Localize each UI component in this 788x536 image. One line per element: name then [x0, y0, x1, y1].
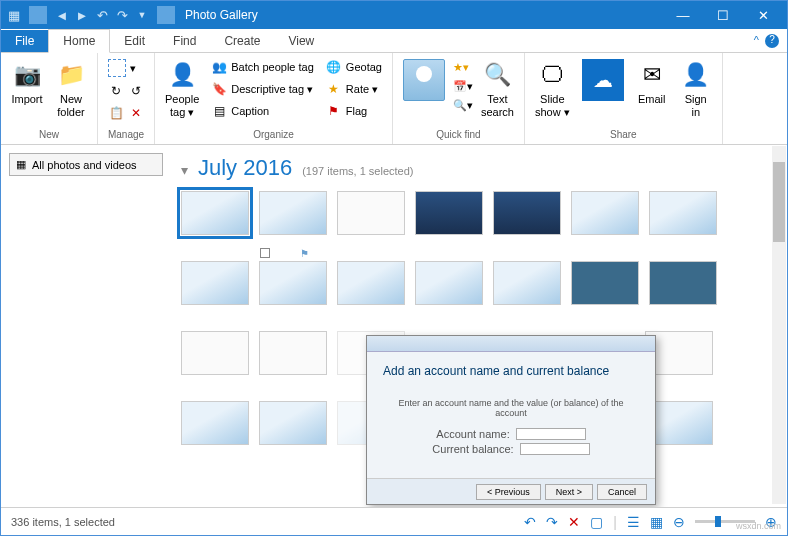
- skydrive-button[interactable]: ☁: [578, 57, 628, 103]
- thumbs-view-icon[interactable]: ▦: [650, 514, 663, 530]
- titlebar: ▦ ◄ ► ↶ ↷ ▼ Photo Gallery — ☐ ✕: [1, 1, 787, 29]
- copy-icon: 📋: [108, 105, 124, 121]
- email-button[interactable]: ✉Email: [632, 57, 672, 108]
- thumbnail[interactable]: [259, 331, 327, 375]
- thumbnail[interactable]: [649, 191, 717, 235]
- thumbnail[interactable]: [181, 401, 249, 445]
- people-tag-button[interactable]: 👤People tag ▾: [161, 57, 203, 121]
- qat-dropdown-icon[interactable]: ▼: [133, 6, 151, 24]
- cloud-icon: ☁: [582, 59, 624, 101]
- forward-icon[interactable]: ►: [73, 6, 91, 24]
- new-folder-button[interactable]: 📁New folder: [51, 57, 91, 121]
- group-count: (197 items, 1 selected): [302, 165, 413, 177]
- minimize-button[interactable]: —: [663, 1, 703, 29]
- camera-icon: 📷: [11, 59, 43, 91]
- slideshow-icon: 🖵: [536, 59, 568, 91]
- checkbox-icon[interactable]: [260, 248, 270, 258]
- rating-filter-icon[interactable]: ★▾: [453, 61, 473, 74]
- flag-icon: ⚑: [326, 103, 342, 119]
- watermark: wsxdn.com: [736, 521, 781, 531]
- person-icon: 👤: [166, 59, 198, 91]
- help-icon[interactable]: ?: [765, 34, 779, 48]
- tab-create[interactable]: Create: [210, 30, 274, 52]
- thumbnail[interactable]: [493, 191, 561, 235]
- globe-icon: 🌐: [326, 59, 342, 75]
- thumbnail[interactable]: [415, 191, 483, 235]
- search-icon: 🔍: [481, 59, 513, 91]
- star-icon: ★: [326, 81, 342, 97]
- thumbnail[interactable]: [649, 261, 717, 305]
- content-area: ▾ July 2016 (197 items, 1 selected) ⚑: [171, 145, 787, 507]
- statusbar: 336 items, 1 selected ↶ ↷ ✕ ▢ | ☰ ▦ ⊖ ⊕: [1, 507, 787, 535]
- preview-hint: Enter an account name and the value (or …: [383, 398, 639, 418]
- thumbnail[interactable]: [181, 191, 249, 235]
- balance-input[interactable]: [520, 443, 590, 455]
- slideshow-status-icon[interactable]: ▢: [590, 514, 603, 530]
- date-filter-icon[interactable]: 📅▾: [453, 80, 473, 93]
- zoom-out-icon[interactable]: ⊖: [673, 514, 685, 530]
- cancel-button[interactable]: Cancel: [597, 484, 647, 500]
- rate-button[interactable]: ★Rate ▾: [322, 79, 386, 99]
- collapse-ribbon-icon[interactable]: ^: [754, 34, 759, 48]
- collapse-icon[interactable]: ▾: [181, 162, 188, 178]
- preview-titlebar[interactable]: [367, 336, 655, 352]
- sidebar: ▦ All photos and videos: [1, 145, 171, 507]
- caption-button[interactable]: ▤Caption: [207, 101, 318, 121]
- maximize-button[interactable]: ☐: [703, 1, 743, 29]
- details-view-icon[interactable]: ☰: [627, 514, 640, 530]
- tab-home[interactable]: Home: [48, 29, 110, 53]
- scrollbar-thumb[interactable]: [773, 162, 785, 242]
- sidebar-item-all-photos[interactable]: ▦ All photos and videos: [9, 153, 163, 176]
- descriptive-tag-button[interactable]: 🔖Descriptive tag ▾: [207, 79, 318, 99]
- select-button[interactable]: ▾: [104, 57, 148, 79]
- thumbnail[interactable]: [571, 261, 639, 305]
- scrollbar[interactable]: [772, 146, 786, 504]
- thumbnail[interactable]: [181, 261, 249, 305]
- app-icon: ▦: [5, 6, 23, 24]
- delete-status-icon[interactable]: ✕: [568, 514, 580, 530]
- delete-button[interactable]: 📋✕: [104, 103, 148, 123]
- select-icon: [108, 59, 126, 77]
- previous-button[interactable]: < Previous: [476, 484, 541, 500]
- batch-people-button[interactable]: 👥Batch people tag: [207, 57, 318, 77]
- caption-icon: ▤: [211, 103, 227, 119]
- account-name-input[interactable]: [516, 428, 586, 440]
- thumbnail[interactable]: ⚑: [259, 261, 327, 305]
- thumbnail[interactable]: [337, 261, 405, 305]
- thumbnail[interactable]: [415, 261, 483, 305]
- rotate-right-icon[interactable]: ↷: [546, 514, 558, 530]
- thumbnail[interactable]: [493, 261, 561, 305]
- preview-popup: Add an account name and current balance …: [366, 335, 656, 505]
- import-button[interactable]: 📷Import: [7, 57, 47, 108]
- thumbnail[interactable]: [571, 191, 639, 235]
- rotate-left-icon[interactable]: ↶: [524, 514, 536, 530]
- thumbnail[interactable]: [337, 191, 405, 235]
- redo-icon[interactable]: ↷: [113, 6, 131, 24]
- signin-button[interactable]: 👤Sign in: [676, 57, 716, 121]
- thumbnail[interactable]: [259, 191, 327, 235]
- flag-button[interactable]: ⚑Flag: [322, 101, 386, 121]
- tab-edit[interactable]: Edit: [110, 30, 159, 52]
- people-icon: 👥: [211, 59, 227, 75]
- status-text: 336 items, 1 selected: [11, 516, 115, 528]
- thumbnail[interactable]: [259, 401, 327, 445]
- thumbnail[interactable]: [181, 331, 249, 375]
- slideshow-button[interactable]: 🖵Slide show ▾: [531, 57, 574, 121]
- tab-file[interactable]: File: [1, 30, 48, 52]
- avatar-icon: [403, 59, 445, 101]
- undo-icon[interactable]: ↶: [93, 6, 111, 24]
- tab-find[interactable]: Find: [159, 30, 210, 52]
- text-search-button[interactable]: 🔍Text search: [477, 57, 518, 121]
- window-title: Photo Gallery: [185, 8, 258, 22]
- ribbon: 📷Import 📁New folder New ▾ ↻↺ 📋✕ Manage 👤…: [1, 53, 787, 145]
- rotate-button[interactable]: ↻↺: [104, 81, 148, 101]
- avatar-filter[interactable]: [399, 57, 449, 103]
- tab-view[interactable]: View: [274, 30, 328, 52]
- flag-icon[interactable]: ⚑: [300, 248, 309, 259]
- group-date: July 2016: [198, 155, 292, 181]
- back-icon[interactable]: ◄: [53, 6, 71, 24]
- geotag-button[interactable]: 🌐Geotag: [322, 57, 386, 77]
- flag-filter-icon[interactable]: 🔍▾: [453, 99, 473, 112]
- close-button[interactable]: ✕: [743, 1, 783, 29]
- next-button[interactable]: Next >: [545, 484, 593, 500]
